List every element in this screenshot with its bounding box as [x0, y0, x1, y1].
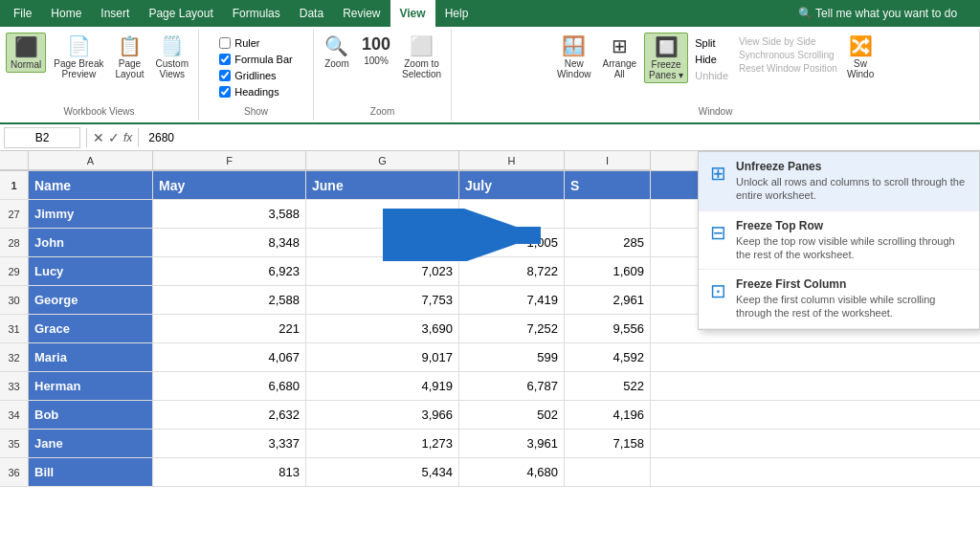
cell-name-2[interactable]: Lucy	[29, 257, 153, 285]
cell-reference-input[interactable]	[4, 127, 80, 148]
cell-name-4[interactable]: Grace	[29, 315, 153, 342]
tab-insert[interactable]: Insert	[91, 0, 139, 27]
cell-g-4[interactable]: 3,690	[306, 315, 459, 342]
new-window-button[interactable]: 🪟 NewWindow	[553, 33, 595, 81]
formula-cancel-icon[interactable]: ✕	[93, 130, 104, 145]
header-name-cell[interactable]: Name	[29, 171, 153, 199]
zoom-selection-button[interactable]: ⬜ Zoom toSelection	[398, 33, 445, 81]
cell-f-8[interactable]: 3,337	[153, 430, 306, 457]
cell-f-2[interactable]: 6,923	[153, 257, 306, 285]
cell-i-4[interactable]: 9,556	[565, 315, 651, 342]
col-header-f[interactable]: F	[153, 151, 306, 170]
cell-h-4[interactable]: 7,252	[459, 315, 565, 342]
cell-i-1[interactable]: 285	[565, 229, 651, 256]
cell-i-6[interactable]: 522	[565, 372, 651, 400]
cell-h-7[interactable]: 502	[459, 401, 565, 429]
cell-name-9[interactable]: Bill	[29, 458, 153, 486]
cell-h-8[interactable]: 3,961	[459, 430, 565, 457]
cell-f-5[interactable]: 4,067	[153, 343, 306, 371]
sync-scroll-button[interactable]: Synchronous Scrolling	[739, 50, 837, 60]
formula-bar-checkbox-row[interactable]: Formula Bar	[217, 53, 295, 66]
cell-name-0[interactable]: Jimmy	[29, 200, 153, 228]
formula-bar-checkbox[interactable]	[219, 54, 231, 65]
cell-i-5[interactable]: 4,592	[565, 343, 651, 371]
cell-h-3[interactable]: 7,419	[459, 286, 565, 314]
hide-button[interactable]: Hide	[692, 53, 731, 66]
cell-f-1[interactable]: 8,348	[153, 229, 306, 256]
cell-i-9[interactable]	[565, 458, 651, 486]
col-header-g[interactable]: G	[306, 151, 459, 170]
cell-name-8[interactable]: Jane	[29, 430, 153, 457]
tab-review[interactable]: Review	[333, 0, 390, 27]
zoom-button[interactable]: 🔍 Zoom	[320, 33, 354, 71]
formula-confirm-icon[interactable]: ✓	[108, 130, 120, 145]
freeze-first-col-item[interactable]: ⊡ Freeze First Column Keep the first col…	[699, 270, 979, 329]
cell-g-1[interactable]: 8,134	[306, 229, 459, 256]
header-july-cell[interactable]: July	[459, 171, 565, 199]
custom-views-button[interactable]: 🗒️ CustomViews	[152, 33, 192, 81]
freeze-panes-button[interactable]: 🔲 FreezePanes ▾	[644, 33, 688, 83]
cell-i-0[interactable]	[565, 200, 651, 228]
cell-h-2[interactable]: 8,722	[459, 257, 565, 285]
tab-view[interactable]: View	[390, 0, 435, 27]
cell-h-0[interactable]	[459, 200, 565, 228]
cell-g-2[interactable]: 7,023	[306, 257, 459, 285]
tab-formulas[interactable]: Formulas	[223, 0, 290, 27]
cell-g-9[interactable]: 5,434	[306, 458, 459, 486]
unfreeze-panes-item[interactable]: ⊞ Unfreeze Panes Unlock all rows and col…	[699, 152, 979, 211]
tab-file[interactable]: File	[4, 0, 41, 27]
cell-i-7[interactable]: 4,196	[565, 401, 651, 429]
ruler-checkbox[interactable]	[219, 37, 231, 49]
cell-name-1[interactable]: John	[29, 229, 153, 256]
tab-page-layout[interactable]: Page Layout	[139, 0, 222, 27]
cell-name-7[interactable]: Bob	[29, 401, 153, 429]
freeze-top-row-item[interactable]: ⊟ Freeze Top Row Keep the top row visibl…	[699, 211, 979, 271]
zoom-100-button[interactable]: 100 100%	[358, 33, 394, 68]
cell-f-6[interactable]: 6,680	[153, 372, 306, 400]
cell-f-0[interactable]: 3,588	[153, 200, 306, 228]
cell-g-7[interactable]: 3,966	[306, 401, 459, 429]
cell-h-5[interactable]: 599	[459, 343, 565, 371]
headings-checkbox-row[interactable]: Headings	[217, 85, 280, 99]
cell-i-2[interactable]: 1,609	[565, 257, 651, 285]
unhide-button[interactable]: Unhide	[692, 69, 731, 82]
tell-me[interactable]: 🔍 Tell me what you want to do	[789, 0, 980, 27]
cell-g-6[interactable]: 4,919	[306, 372, 459, 400]
cell-h-6[interactable]: 6,787	[459, 372, 565, 400]
view-side-button[interactable]: View Side by Side	[739, 36, 837, 47]
cell-g-0[interactable]: 8,701	[306, 200, 459, 228]
cell-g-3[interactable]: 7,753	[306, 286, 459, 314]
cell-g-5[interactable]: 9,017	[306, 343, 459, 371]
ruler-checkbox-row[interactable]: Ruler	[217, 36, 261, 50]
cell-f-4[interactable]: 221	[153, 315, 306, 342]
reset-pos-button[interactable]: Reset Window Position	[739, 63, 837, 74]
cell-h-9[interactable]: 4,680	[459, 458, 565, 486]
gridlines-checkbox[interactable]	[219, 70, 231, 81]
headings-checkbox[interactable]	[219, 86, 231, 98]
cell-name-3[interactable]: George	[29, 286, 153, 314]
cell-i-3[interactable]: 2,961	[565, 286, 651, 314]
cell-f-9[interactable]: 813	[153, 458, 306, 486]
col-header-i[interactable]: I	[565, 151, 651, 170]
cell-g-8[interactable]: 1,273	[306, 430, 459, 457]
tab-help[interactable]: Help	[435, 0, 479, 27]
col-header-a[interactable]: A	[29, 151, 153, 170]
arrange-all-button[interactable]: ⊞ ArrangeAll	[598, 33, 640, 81]
gridlines-checkbox-row[interactable]: Gridlines	[217, 69, 278, 82]
cell-name-6[interactable]: Herman	[29, 372, 153, 400]
split-button[interactable]: Split	[692, 36, 731, 50]
header-may-cell[interactable]: May	[153, 171, 306, 199]
header-s-cell[interactable]: S	[565, 171, 651, 199]
normal-button[interactable]: ⬛ Normal	[6, 33, 46, 73]
col-header-h[interactable]: H	[459, 151, 565, 170]
switch-windows-button[interactable]: 🔀 SwWindo	[843, 33, 878, 81]
cell-i-8[interactable]: 7,158	[565, 430, 651, 457]
cell-f-3[interactable]: 2,588	[153, 286, 306, 314]
header-june-cell[interactable]: June	[306, 171, 459, 199]
tab-home[interactable]: Home	[41, 0, 91, 27]
tab-data[interactable]: Data	[290, 0, 333, 27]
formula-input[interactable]	[145, 131, 976, 144]
page-layout-button[interactable]: 📋 PageLayout	[112, 33, 148, 81]
cell-h-1[interactable]: 1,005	[459, 229, 565, 256]
cell-name-5[interactable]: Maria	[29, 343, 153, 371]
